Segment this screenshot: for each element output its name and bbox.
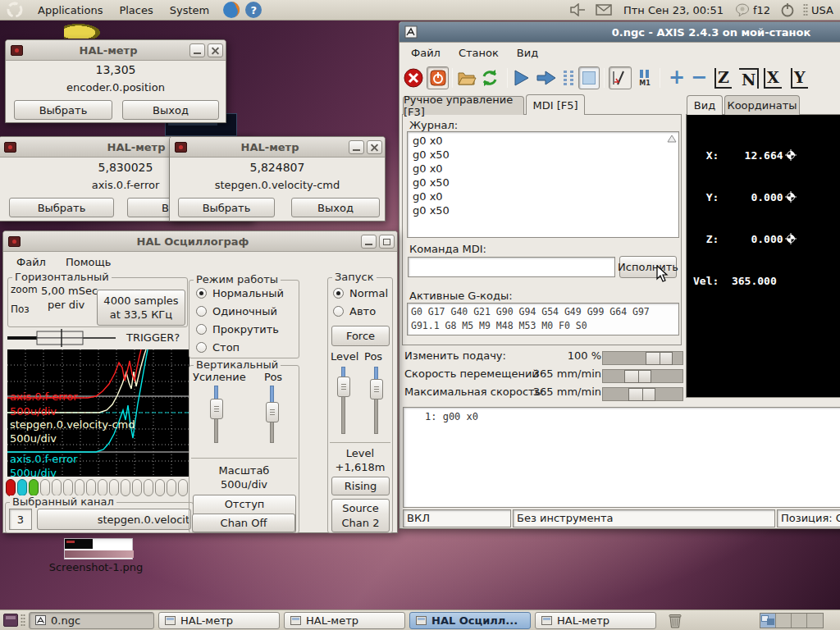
halscope-titlebar[interactable]: HAL Осциллограф <box>3 231 397 252</box>
radio-single-mode[interactable]: Одиночный <box>196 305 277 317</box>
open-file-icon[interactable] <box>457 69 477 87</box>
im-status-label[interactable]: f12 <box>753 4 770 16</box>
stop-button[interactable] <box>578 66 600 89</box>
vpos-slider-handle[interactable] <box>266 402 279 422</box>
channel-6-button[interactable] <box>63 479 73 496</box>
trash-icon[interactable] <box>666 612 684 629</box>
task-halmeter-2[interactable]: HAL-метр <box>284 612 405 629</box>
samples-button[interactable]: 4000 samples at 33,5 КГц <box>97 290 185 326</box>
tpos-slider-handle[interactable] <box>370 379 383 399</box>
program-listing[interactable]: 1: g00 x0 <box>403 407 840 508</box>
channel-1-button[interactable] <box>6 479 16 496</box>
halmeter-exit-button[interactable]: Выход <box>122 100 219 120</box>
step-icon[interactable] <box>536 69 557 87</box>
menu-system[interactable]: System <box>162 4 217 16</box>
channel-15-button[interactable] <box>167 479 176 496</box>
show-desktop-icon[interactable] <box>3 614 18 627</box>
preview-area[interactable]: X: 12.664 Y: 0.000 Z: 0.000 Vel: 365.000 <box>686 114 840 398</box>
machine-power-button[interactable] <box>427 66 449 89</box>
level-slider-handle[interactable] <box>337 377 350 397</box>
horizontal-position-slider[interactable] <box>7 329 122 347</box>
menu-machine[interactable]: Станок <box>454 47 504 59</box>
axis-titlebar[interactable]: 0.ngc - AXIS 2.4.3 on мой-станок <box>399 22 840 43</box>
tab-dro[interactable]: Координаты <box>724 95 800 115</box>
minimize-button[interactable] <box>361 235 377 249</box>
channel-12-button[interactable] <box>132 479 142 496</box>
mail-icon[interactable] <box>596 4 612 16</box>
history-item[interactable]: g0 x50 <box>413 176 673 189</box>
channel-16-button[interactable] <box>178 479 188 496</box>
jog-speed-slider[interactable] <box>602 369 683 383</box>
halmeter-select-button[interactable]: Выбрать <box>178 198 275 217</box>
history-item[interactable]: g0 x0 <box>413 134 673 148</box>
desktop-icon-screenshot[interactable]: Screenshot-1.png <box>48 532 144 576</box>
chan-off-button[interactable]: Chan Off <box>192 514 295 532</box>
task-halmeter-3[interactable]: HAL-метр <box>535 612 656 629</box>
close-button[interactable] <box>208 43 223 57</box>
channel-7-button[interactable] <box>75 479 84 496</box>
workspace-switcher[interactable] <box>760 613 824 628</box>
session-power-icon[interactable] <box>780 2 795 17</box>
slider-handle[interactable] <box>646 352 673 365</box>
history-item[interactable]: g0 x50 <box>413 203 673 217</box>
channel-14-button[interactable] <box>155 479 165 496</box>
view-z-button[interactable]: Z <box>714 68 732 89</box>
history-item[interactable]: g0 x50 <box>413 148 673 162</box>
history-item[interactable]: g0 x0 <box>413 189 673 203</box>
force-button[interactable]: Force <box>331 326 390 346</box>
menu-applications[interactable]: Applications <box>30 4 111 16</box>
menu-file[interactable]: Файл <box>11 256 51 268</box>
tab-manual-control[interactable]: Ручное управление [F3] <box>403 96 524 115</box>
optional-pause-button[interactable]: M1 <box>636 68 654 88</box>
feed-override-slider[interactable] <box>602 351 683 365</box>
gain-slider-handle[interactable] <box>210 399 223 419</box>
task-halscope[interactable]: HAL Осцилл... <box>409 612 531 629</box>
menu-view[interactable]: Вид <box>512 47 543 59</box>
minimize-button[interactable] <box>189 43 205 57</box>
task-halmeter-1[interactable]: HAL-метр <box>158 612 280 629</box>
workspace-1[interactable] <box>760 614 776 628</box>
block-delete-button[interactable] <box>609 66 632 89</box>
radio-roll-mode[interactable]: Прокрутить <box>196 323 279 336</box>
mdi-command-input[interactable] <box>408 257 615 277</box>
view-y-button[interactable]: Y <box>791 68 808 89</box>
pause-icon[interactable] <box>561 69 576 87</box>
mdi-history-list[interactable]: g0 x0 g0 x50 g0 x0 g0 x50 g0 x0 g0 x50 <box>407 131 679 238</box>
radio-normal-mode[interactable]: Нормальный <box>196 287 284 299</box>
history-item[interactable]: g0 x0 <box>413 162 673 176</box>
menu-file[interactable]: Файл <box>406 47 445 59</box>
channel-3-button[interactable] <box>29 479 39 496</box>
clock[interactable]: Птн Сен 23, 00:51 <box>623 4 724 16</box>
run-icon[interactable] <box>514 69 530 87</box>
channel-13-button[interactable] <box>144 479 153 496</box>
tab-mdi[interactable]: MDI [F5] <box>526 94 585 115</box>
radio-trigger-normal[interactable]: Normal <box>333 287 388 299</box>
workspace-2[interactable] <box>776 614 792 628</box>
menu-places[interactable]: Places <box>111 4 161 16</box>
desktop-icon-partial[interactable] <box>64 24 100 39</box>
channel-10-button[interactable] <box>109 479 119 496</box>
halmeter-titlebar[interactable]: HAL-метр <box>6 40 226 61</box>
halmeter-exit-button[interactable]: Выход <box>291 198 380 217</box>
reload-icon[interactable] <box>480 68 500 88</box>
menu-help[interactable]: Помощь <box>61 256 116 268</box>
firefox-icon[interactable] <box>222 1 240 19</box>
tab-preview[interactable]: Вид <box>687 95 723 115</box>
close-button[interactable] <box>367 140 382 154</box>
radio-trigger-auto[interactable]: Авто <box>333 305 376 317</box>
trigger-source-button[interactable]: Source Chan 2 <box>331 499 390 532</box>
channel-9-button[interactable] <box>98 479 107 496</box>
view-z2-button[interactable]: N <box>739 68 759 89</box>
channel-5-button[interactable] <box>52 479 62 496</box>
volume-icon[interactable] <box>569 3 586 16</box>
scrollbar-up-icon[interactable] <box>667 134 677 144</box>
channel-4-button[interactable] <box>40 479 50 496</box>
slider-handle[interactable] <box>628 388 655 401</box>
channel-8-button[interactable] <box>86 479 96 496</box>
slider-handle[interactable] <box>624 370 651 383</box>
halmeter-titlebar[interactable]: HAL-метр <box>170 137 385 158</box>
channel-11-button[interactable] <box>121 479 130 496</box>
zoom-in-button[interactable]: + <box>669 66 685 89</box>
channel-2-button[interactable] <box>17 479 27 496</box>
ubuntu-logo-icon[interactable] <box>7 2 23 18</box>
